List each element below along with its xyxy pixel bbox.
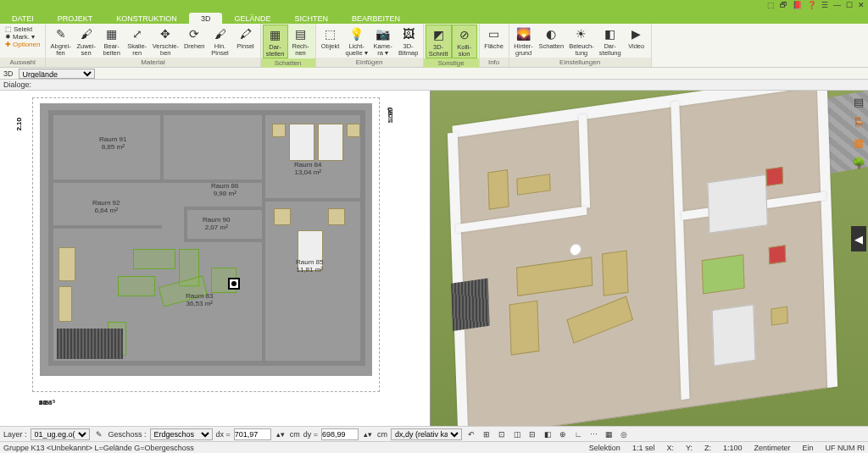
rechnen-icon: ▤ xyxy=(292,25,309,42)
dx-input[interactable] xyxy=(234,428,271,440)
group-label: Einstellungen xyxy=(509,58,651,67)
titlebar: ⬚ 🗗 📕 ❓ ☰ — ☐ ✕ xyxy=(0,0,868,10)
ribbon-3dschnitt[interactable]: ◩3D-Schnitt xyxy=(426,25,452,58)
ribbon-darstellung[interactable]: ◧Dar-stellung xyxy=(597,25,624,57)
dy-input[interactable] xyxy=(321,428,359,440)
tool-icon[interactable]: ▦ xyxy=(603,428,615,440)
tool-icon[interactable]: ⋯ xyxy=(587,428,599,440)
tool-icon[interactable]: ◎ xyxy=(618,428,630,440)
stepper-icon[interactable]: ▴▾ xyxy=(362,428,374,440)
tab-sichten[interactable]: SICHTEN xyxy=(282,13,340,24)
pane-3d[interactable]: ▤ 🪑 ▦ 🌳 ◀ xyxy=(431,91,868,426)
tb-icon[interactable]: ⬚ xyxy=(767,1,775,9)
tool-icon[interactable]: ◫ xyxy=(511,428,523,440)
selection-handle[interactable] xyxy=(228,278,240,290)
ribbon-schatten2[interactable]: ◐Schatten xyxy=(537,25,567,51)
optionen-button[interactable]: ✚ Optionen xyxy=(4,41,41,48)
expand-panel-icon[interactable]: ◀ xyxy=(851,226,866,251)
chair-3d xyxy=(602,250,628,296)
ribbon-item-label: Bear-beiten xyxy=(103,43,120,56)
status-scale: 1:100 xyxy=(723,444,743,452)
ribbon-hinpinsel[interactable]: 🖌Hin.Pinsel xyxy=(208,25,233,57)
tb-icon[interactable]: ❓ xyxy=(807,1,816,9)
ribbon-item-label: Dar-stellen xyxy=(266,44,285,57)
bed xyxy=(289,124,314,161)
ribbon-darstellen[interactable]: ▦Dar-stellen xyxy=(263,25,288,58)
ribbon-kollision[interactable]: ⊘Kolli-sion xyxy=(452,25,477,58)
tab-konstruktion[interactable]: KONSTRUKTION xyxy=(104,13,189,24)
mark-button[interactable]: ✸ Mark. ▾ xyxy=(4,33,41,41)
bed xyxy=(298,230,323,271)
cm-label: cm xyxy=(377,430,387,439)
main-tabs: DATEI PROJEKT KONSTRUKTION 3D GELÄNDE SI… xyxy=(0,10,868,24)
maximize-icon[interactable]: ☐ xyxy=(846,1,853,9)
ribbon-skalieren[interactable]: ⤢Skalie-ren xyxy=(125,25,150,57)
stepper-icon[interactable]: ▴▾ xyxy=(275,428,287,440)
statusbar: Gruppe K13 <Unbekannt> L=Gelände G=Oberg… xyxy=(0,441,868,453)
balcony xyxy=(57,329,123,359)
geschoss-select[interactable]: Erdgeschos xyxy=(150,428,213,440)
tool-icon[interactable]: ⊟ xyxy=(526,428,538,440)
tool-icon[interactable]: ⊞ xyxy=(481,428,492,440)
tab-datei[interactable]: DATEI xyxy=(0,13,46,24)
group-label: Schatten xyxy=(261,58,315,68)
beleuchtung-icon: ☀ xyxy=(573,25,590,42)
group-label: Sonstige xyxy=(424,58,479,68)
furniture-icon[interactable]: 🪑 xyxy=(851,114,866,130)
ribbon-item-label: Drehen xyxy=(184,43,205,50)
tb-icon[interactable]: 📕 xyxy=(793,1,802,9)
tab-bearbeiten[interactable]: BEARBEITEN xyxy=(340,13,412,24)
sofa[interactable] xyxy=(118,276,155,296)
dimension: 2.10 xyxy=(15,118,23,131)
ribbon-flaeche[interactable]: ▭Fläche xyxy=(481,25,507,51)
3dbitmap-icon: 🖼 xyxy=(400,25,417,42)
ribbon-hintergrund[interactable]: 🌄Hinter-grund xyxy=(511,25,537,57)
tb-icon[interactable]: ☰ xyxy=(821,1,828,9)
pane-2d[interactable]: Raum 918,85 m²Raum 926,64 m²Raum 869,98 … xyxy=(0,91,431,426)
ribbon-abgreifen[interactable]: ✎Abgrei-fen xyxy=(47,25,73,57)
tool-icon[interactable]: ◧ xyxy=(542,428,554,440)
darstellen-icon: ▦ xyxy=(267,26,284,43)
minimize-icon[interactable]: — xyxy=(833,1,841,9)
plants-icon[interactable]: 🌳 xyxy=(851,155,866,170)
tool-icon[interactable]: ∟ xyxy=(572,428,584,440)
ribbon-rechnen[interactable]: ▤Rech-nen xyxy=(288,25,314,57)
terrain-select[interactable]: Urgelände xyxy=(19,69,95,79)
object-3d xyxy=(769,245,787,264)
flaeche-icon: ▭ xyxy=(486,25,503,42)
dx-label: dx = xyxy=(216,430,231,439)
nightstand xyxy=(347,124,360,137)
hintergrund-icon: 🌄 xyxy=(515,25,532,42)
ribbon-kamera[interactable]: 📷Kame-ra ▾ xyxy=(370,25,396,57)
ribbon-video[interactable]: ▶Video xyxy=(624,25,649,51)
tb-icon[interactable]: 🗗 xyxy=(780,1,787,9)
ribbon-pinsel[interactable]: 🖍Pinsel xyxy=(233,25,259,51)
ribbon-lichtquelle[interactable]: 💡Licht-quelle ▾ xyxy=(343,25,370,57)
tool-icon[interactable]: ↶ xyxy=(465,428,477,440)
tool-icon[interactable]: ⊡ xyxy=(496,428,508,440)
ribbon-3dbitmap[interactable]: 🖼3D-Bitmap xyxy=(396,25,421,57)
ribbon-zuweisen[interactable]: 🖌Zuwei-sen xyxy=(74,25,99,57)
bearbeiten-icon: ▦ xyxy=(103,25,120,42)
tab-gelaende[interactable]: GELÄNDE xyxy=(222,13,282,24)
bed-3d xyxy=(712,304,756,366)
layers-icon[interactable]: ▤ xyxy=(851,94,866,109)
coord-mode-select[interactable]: dx,dy (relativ ka xyxy=(391,428,462,440)
tab-projekt[interactable]: PROJEKT xyxy=(46,13,105,24)
tab-3d[interactable]: 3D xyxy=(189,13,223,24)
ribbon-bearbeiten[interactable]: ▦Bear-beiten xyxy=(99,25,125,57)
tool-icon[interactable]: ⊕ xyxy=(557,428,569,440)
ribbon-drehen[interactable]: ⟳Drehen xyxy=(181,25,208,51)
layer-edit-icon[interactable]: ✎ xyxy=(93,428,105,440)
materials-icon[interactable]: ▦ xyxy=(851,135,866,150)
wall xyxy=(160,113,164,183)
sofa[interactable] xyxy=(133,249,175,269)
ribbon-item-label: Pinsel xyxy=(236,43,253,50)
lichtquelle-icon: 💡 xyxy=(348,25,365,42)
ribbon-objekt[interactable]: ⬚Objekt xyxy=(318,25,343,51)
close-icon[interactable]: ✕ xyxy=(858,1,865,9)
selekt-button[interactable]: ⬚ Selekt xyxy=(4,25,41,33)
ribbon-verschieben[interactable]: ✥Verschie-ben xyxy=(150,25,181,57)
layer-select[interactable]: 01_ug.eg.o( xyxy=(31,428,90,440)
ribbon-beleuchtung[interactable]: ☀Beleuch-tung xyxy=(566,25,597,57)
